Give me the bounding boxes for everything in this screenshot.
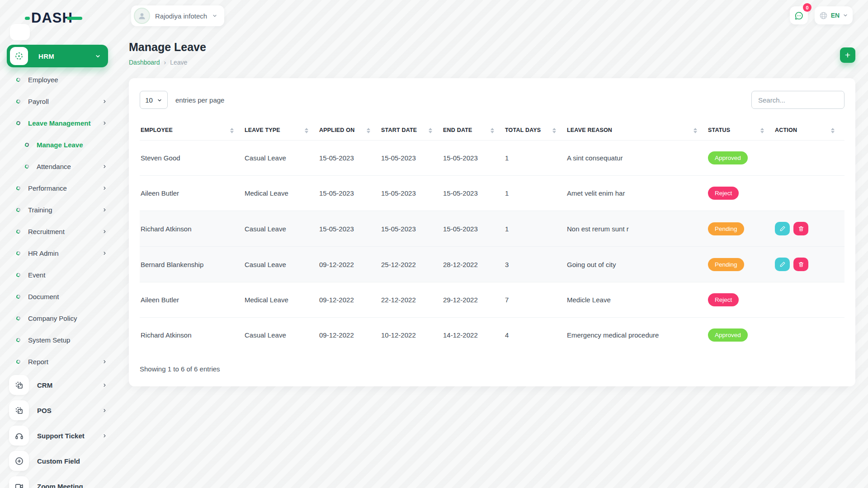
sort-icon [831, 128, 835, 133]
bullet-icon [16, 315, 21, 320]
hrm-module-icon [10, 47, 28, 65]
sidebar-item-partial-icon[interactable] [10, 24, 30, 40]
cell-applied-on: 15-05-2023 [318, 141, 380, 176]
sidebar-item-pos[interactable]: POS [0, 398, 115, 423]
table-row: Richard AtkinsonCasual Leave09-12-202210… [140, 318, 844, 353]
column-header-status[interactable]: STATUS [707, 120, 774, 141]
cell-start-date: 15-05-2023 [380, 211, 442, 247]
sidebar-item-report[interactable]: Report [0, 351, 115, 372]
hrm-module-label: HRM [38, 52, 54, 60]
sort-icon [552, 128, 556, 133]
cell-reason: Non est rerum sunt r [566, 211, 707, 247]
column-header-leave-reason[interactable]: LEAVE REASON [566, 120, 707, 141]
column-header-total-days[interactable]: TOTAL DAYS [504, 120, 566, 141]
cell-status: Reject [707, 176, 774, 211]
sidebar-item-attendance[interactable]: Attendance [0, 155, 115, 177]
cell-total-days: 1 [504, 141, 566, 176]
sidebar-item-document[interactable]: Document [0, 286, 115, 307]
edit-button[interactable] [775, 222, 790, 235]
cell-start-date: 15-05-2023 [380, 176, 442, 211]
sidebar-item-employee[interactable]: Employee [0, 69, 115, 90]
language-selector[interactable]: EN [815, 6, 853, 24]
sidebar-item-company-policy[interactable]: Company Policy [0, 307, 115, 329]
plus-circle-icon [9, 451, 29, 471]
column-header-employee[interactable]: EMPLOYEE [140, 120, 244, 141]
sidebar-module-hrm[interactable]: HRM [7, 45, 108, 67]
chevron-right-icon [102, 121, 107, 126]
company-selector[interactable]: Rajodiya infotech [131, 5, 224, 26]
sidebar-item-label: Document [28, 293, 59, 300]
cell-leave-type: Medical Leave [244, 176, 318, 211]
sort-icon [429, 128, 432, 133]
cell-status: Pending [707, 211, 774, 247]
column-header-applied-on[interactable]: APPLIED ON [318, 120, 380, 141]
sort-icon [491, 128, 494, 133]
main-area: Rajodiya infotech 0 EN [115, 0, 868, 488]
column-label: START DATE [381, 127, 417, 133]
sidebar-item-event[interactable]: Event [0, 264, 115, 286]
headset-icon [9, 426, 29, 446]
column-header-action[interactable]: ACTION [774, 120, 844, 141]
chevron-right-icon [102, 186, 107, 191]
chevron-right-icon [102, 383, 107, 388]
sidebar-item-payroll[interactable]: Payroll [0, 90, 115, 112]
column-label: LEAVE TYPE [245, 127, 280, 133]
logo-dash-icon [67, 17, 82, 20]
chevron-right-icon [102, 408, 107, 413]
delete-button[interactable] [793, 258, 808, 271]
cell-leave-type: Medical Leave [244, 282, 318, 318]
cell-end-date: 28-12-2022 [442, 247, 504, 282]
delete-button[interactable] [793, 222, 808, 235]
column-header-end-date[interactable]: END DATE [442, 120, 504, 141]
sidebar-item-training[interactable]: Training [0, 199, 115, 221]
cell-employee: Steven Good [140, 141, 244, 176]
cell-employee: Richard Atkinson [140, 211, 244, 247]
sidebar-item-label: CRM [37, 381, 52, 389]
cell-employee: Bernard Blankenship [140, 247, 244, 282]
sidebar: DASH HRM EmployeePayrollLeave Management… [0, 0, 115, 488]
table-header-row: EMPLOYEELEAVE TYPEAPPLIED ONSTART DATEEN… [140, 120, 844, 141]
sidebar-item-support-ticket[interactable]: Support Ticket [0, 423, 115, 448]
table-row: Richard AtkinsonCasual Leave15-05-202315… [140, 211, 844, 247]
sidebar-item-recruitment[interactable]: Recruitment [0, 221, 115, 242]
cell-reason: Amet velit enim har [566, 176, 707, 211]
logo-dot-icon [25, 17, 30, 20]
chevron-right-icon [102, 164, 107, 169]
messages-button[interactable]: 0 [790, 6, 808, 24]
cell-start-date: 15-05-2023 [380, 141, 442, 176]
search-input[interactable] [751, 91, 844, 109]
entries-per-page-value: 10 [145, 96, 153, 104]
cell-action [774, 211, 844, 247]
cell-status: Approved [707, 141, 774, 176]
globe-icon [819, 11, 828, 20]
bullet-icon [24, 142, 29, 147]
layers-icon [9, 400, 29, 420]
sidebar-item-system-setup[interactable]: System Setup [0, 329, 115, 351]
sidebar-item-performance[interactable]: Performance [0, 177, 115, 199]
cell-applied-on: 09-12-2022 [318, 282, 380, 318]
breadcrumb-dashboard-link[interactable]: Dashboard [129, 59, 160, 66]
sidebar-item-crm[interactable]: CRM [0, 372, 115, 398]
sidebar-item-label: System Setup [28, 336, 70, 344]
chevron-down-icon [95, 53, 101, 59]
cell-leave-type: Casual Leave [244, 211, 318, 247]
sidebar-item-label: Recruitment [28, 228, 65, 235]
column-header-leave-type[interactable]: LEAVE TYPE [244, 120, 318, 141]
entries-per-page-select[interactable]: 10 [140, 91, 168, 109]
sidebar-item-hr-admin[interactable]: HR Admin [0, 242, 115, 264]
chevron-right-icon [102, 99, 107, 104]
cell-reason: Medicle Leave [566, 282, 707, 318]
add-leave-button[interactable]: + [840, 47, 855, 63]
edit-button[interactable] [775, 258, 790, 271]
column-header-start-date[interactable]: START DATE [380, 120, 442, 141]
status-badge: Approved [708, 328, 748, 342]
sidebar-item-custom-field[interactable]: Custom Field [0, 448, 115, 474]
sidebar-item-manage-leave[interactable]: Manage Leave [0, 134, 115, 155]
sidebar-item-leave-management[interactable]: Leave Management [0, 112, 115, 134]
sidebar-item-label: Training [28, 206, 52, 214]
entries-per-page-label: entries per page [175, 96, 224, 104]
sidebar-item-zoom-meeting[interactable]: Zoom Meeting [0, 474, 115, 488]
page-title: Manage Leave [129, 41, 855, 54]
app-logo[interactable]: DASH [25, 9, 82, 27]
status-badge: Reject [708, 293, 739, 306]
